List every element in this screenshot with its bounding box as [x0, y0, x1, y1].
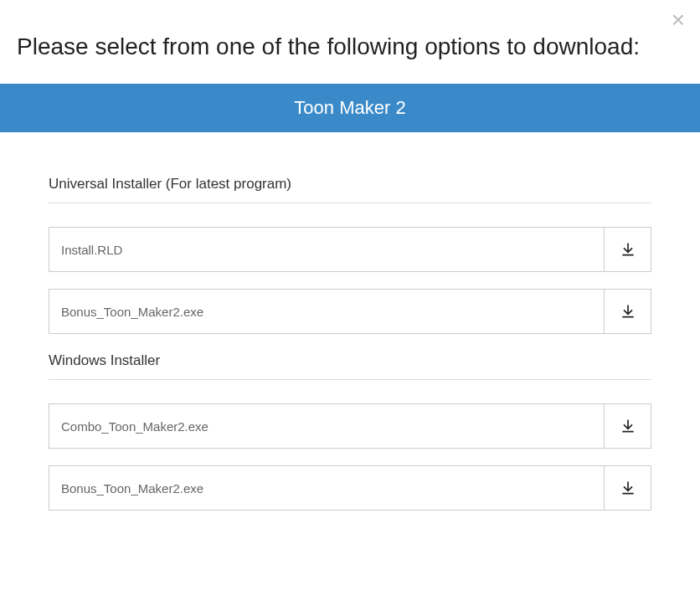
- section-title: Windows Installer: [49, 352, 651, 379]
- download-filename: Install.RLD: [49, 228, 604, 271]
- download-icon: [620, 303, 636, 320]
- download-button[interactable]: [604, 466, 651, 510]
- download-sections: Universal Installer (For latest program)…: [0, 132, 700, 511]
- divider: [49, 203, 651, 203]
- download-button[interactable]: [604, 404, 651, 448]
- download-button[interactable]: [604, 228, 651, 271]
- download-icon: [620, 418, 636, 434]
- download-row: Bonus_Toon_Maker2.exe: [49, 465, 651, 511]
- section-windows-installer: Windows Installer Combo_Toon_Maker2.exe …: [49, 352, 651, 511]
- download-filename: Bonus_Toon_Maker2.exe: [49, 290, 604, 333]
- divider: [49, 379, 651, 380]
- page-title: Please select from one of the following …: [0, 0, 700, 84]
- download-filename: Combo_Toon_Maker2.exe: [49, 404, 604, 448]
- download-icon: [620, 480, 636, 496]
- section-universal-installer: Universal Installer (For latest program)…: [49, 176, 651, 334]
- download-icon: [620, 241, 636, 258]
- close-icon[interactable]: ×: [672, 8, 685, 32]
- download-button[interactable]: [604, 290, 651, 333]
- download-row: Combo_Toon_Maker2.exe: [49, 403, 651, 449]
- product-banner: Toon Maker 2: [0, 84, 700, 132]
- download-filename: Bonus_Toon_Maker2.exe: [49, 466, 604, 510]
- section-title: Universal Installer (For latest program): [49, 176, 651, 203]
- download-row: Bonus_Toon_Maker2.exe: [49, 289, 651, 334]
- download-row: Install.RLD: [49, 227, 651, 272]
